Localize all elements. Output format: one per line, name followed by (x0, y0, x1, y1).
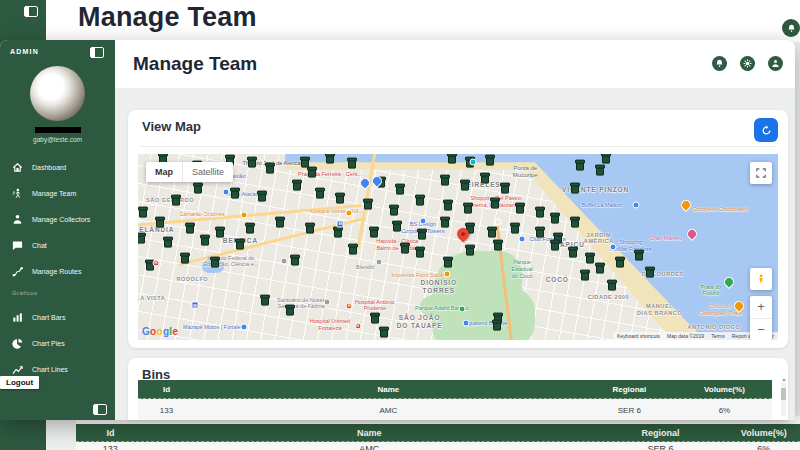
user-icon[interactable] (768, 56, 783, 71)
bin-marker[interactable] (494, 242, 502, 251)
attribution-terms[interactable]: Terms (711, 333, 725, 339)
attribution-map-data-2019[interactable]: Map data ©2019 (667, 333, 704, 339)
bin-marker[interactable] (536, 229, 544, 238)
bin-marker[interactable] (596, 265, 604, 274)
bin-marker[interactable] (348, 160, 356, 169)
poi-marker-orange[interactable] (444, 270, 451, 277)
pegman-icon[interactable] (750, 268, 772, 290)
bin-marker[interactable] (441, 177, 449, 186)
bin-marker[interactable] (571, 219, 579, 228)
bin-marker[interactable] (418, 230, 426, 239)
sidebar-item-manage-collectors[interactable]: Manage Collectors (0, 208, 115, 230)
poi-marker-redpin-sm[interactable] (495, 219, 502, 226)
bin-marker[interactable] (316, 190, 324, 199)
bin-marker[interactable] (635, 252, 643, 261)
fullscreen-icon[interactable] (750, 162, 772, 184)
bin-marker[interactable] (172, 197, 180, 206)
sidebar-item-dashboard[interactable]: Dashboard (0, 156, 115, 178)
poi-marker-blue[interactable] (632, 201, 639, 208)
map-type-map-button[interactable]: Map (146, 162, 183, 182)
poi-marker-gray[interactable] (280, 257, 287, 264)
sidebar-item-manage-team[interactable]: Manage Team (0, 182, 115, 204)
bin-marker[interactable] (181, 255, 189, 264)
bin-marker[interactable] (581, 272, 589, 281)
table-row[interactable]: 133AMCSER 66% (138, 399, 772, 420)
poi-marker-redh[interactable]: H (354, 322, 361, 329)
table-row[interactable]: 133AMCSER 66% (76, 442, 800, 450)
bin-marker[interactable] (139, 209, 147, 218)
bin-marker[interactable] (576, 162, 584, 171)
bin-marker[interactable] (571, 185, 579, 194)
bin-marker[interactable] (536, 209, 544, 218)
bin-marker[interactable] (444, 259, 452, 268)
poi-marker-blue[interactable] (240, 323, 247, 330)
bin-marker[interactable] (466, 247, 474, 256)
bin-marker[interactable] (401, 245, 409, 254)
poi-marker-redh[interactable]: H (346, 302, 353, 309)
bin-marker[interactable] (491, 200, 499, 209)
bell-icon[interactable] (712, 56, 727, 71)
bin-marker[interactable] (569, 249, 577, 258)
bin-marker[interactable] (486, 157, 494, 166)
bin-marker[interactable] (596, 167, 604, 176)
sidebar-toggle-bottom-icon[interactable] (93, 404, 107, 415)
poi-marker-gray[interactable] (323, 298, 330, 305)
bin-marker[interactable] (231, 190, 239, 199)
bin-marker[interactable] (390, 206, 398, 215)
sidebar-item-manage-routes[interactable]: Manage Routes (0, 260, 115, 282)
bin-marker[interactable] (488, 229, 496, 238)
logout-button[interactable]: Logout (0, 376, 39, 389)
bin-marker[interactable] (306, 225, 314, 234)
poi-marker-green[interactable] (458, 305, 465, 312)
bin-marker[interactable] (194, 185, 202, 194)
poi-marker-blue[interactable] (609, 244, 616, 251)
poi-marker-blue[interactable] (463, 319, 470, 326)
bin-marker[interactable] (416, 249, 424, 258)
bin-marker[interactable] (138, 235, 145, 244)
bin-marker[interactable] (416, 197, 424, 206)
poi-marker-m[interactable]: M (337, 220, 344, 227)
bin-marker[interactable] (364, 201, 372, 210)
bin-marker[interactable] (211, 259, 219, 268)
zoom-in-button[interactable]: + (750, 296, 772, 319)
poi-marker-gray[interactable] (376, 259, 383, 266)
google-map[interactable]: SÃO GERARDOUELÂNDIABENFICARODOLFOLA VIST… (138, 154, 778, 340)
poi-marker-blue[interactable] (519, 235, 526, 242)
bin-marker[interactable] (501, 185, 509, 194)
sidebar-item-chart-pies[interactable]: Chart Pies (0, 332, 115, 354)
bin-marker[interactable] (493, 322, 501, 331)
bin-marker[interactable] (371, 315, 379, 324)
bin-marker[interactable] (616, 259, 624, 268)
bin-marker[interactable] (293, 182, 301, 191)
map-type-satellite-button[interactable]: Satellite (183, 162, 233, 182)
refresh-map-button[interactable] (754, 118, 778, 142)
bin-marker[interactable] (276, 219, 284, 228)
bin-marker[interactable] (349, 245, 357, 254)
bin-marker[interactable] (511, 225, 519, 234)
bin-marker[interactable] (334, 229, 342, 238)
gear-icon[interactable] (740, 56, 755, 71)
zoom-out-button[interactable]: − (750, 319, 772, 341)
bin-marker[interactable] (393, 223, 401, 232)
bin-marker[interactable] (441, 219, 449, 228)
poi-marker-blue[interactable] (420, 217, 427, 224)
bin-marker[interactable] (186, 225, 194, 234)
bin-marker[interactable] (551, 215, 559, 224)
poi-marker-orange[interactable] (240, 212, 247, 219)
bin-marker[interactable] (370, 229, 378, 238)
bin-marker[interactable] (516, 205, 524, 214)
sidebar-item-chart-bars[interactable]: Chart Bars (0, 306, 115, 328)
avatar[interactable] (30, 66, 85, 121)
poi-marker-teal[interactable] (469, 158, 476, 165)
bin-marker[interactable] (602, 155, 610, 164)
poi-marker-redh[interactable]: H (152, 259, 159, 266)
bin-marker[interactable] (216, 229, 224, 238)
sidebar-item-chat[interactable]: Chat (0, 234, 115, 256)
bin-marker[interactable] (586, 255, 594, 264)
bin-marker[interactable] (236, 241, 244, 250)
bin-marker[interactable] (201, 237, 209, 246)
bin-marker[interactable] (336, 195, 344, 204)
bin-marker[interactable] (266, 165, 274, 174)
bin-marker[interactable] (248, 159, 256, 168)
poi-marker-m[interactable]: M (191, 302, 198, 309)
